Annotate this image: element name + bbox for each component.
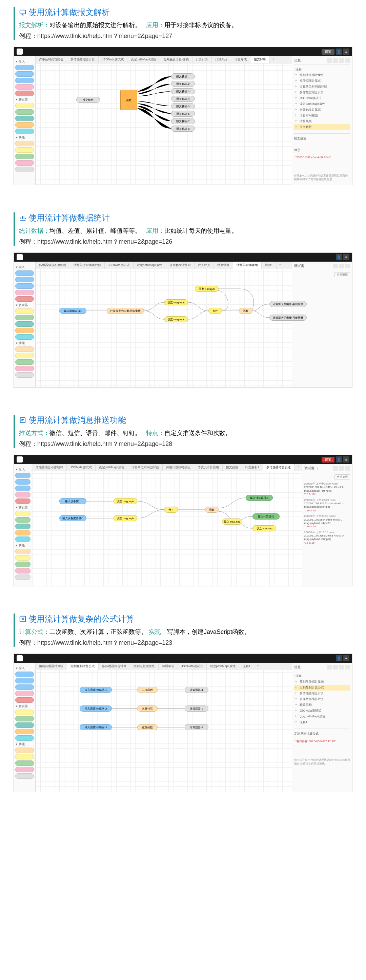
example-url[interactable]: https://www.tlink.io/help.htm？menu=2&pag…: [37, 639, 172, 646]
palette-item[interactable]: [15, 347, 34, 352]
tree-item[interactable]: 预制件传感计量线: [294, 679, 350, 685]
palette-item[interactable]: [15, 91, 34, 96]
menu-icon[interactable]: ≡: [343, 457, 349, 463]
palette-item[interactable]: [15, 773, 34, 779]
node-function[interactable]: 函数: [120, 90, 137, 110]
palette-item[interactable]: [15, 574, 30, 580]
tab[interactable]: 传感器综合不修细时: [36, 262, 70, 269]
panel-icon[interactable]: [345, 665, 350, 670]
palette-item[interactable]: [15, 767, 34, 772]
node-output[interactable]: 报文解析-3: [171, 88, 195, 94]
palette-item[interactable]: [15, 277, 34, 282]
node-output[interactable]: 报文解析-2: [171, 81, 195, 87]
palette-item[interactable]: [15, 485, 30, 491]
tab[interactable]: JSONata测试式: [105, 262, 133, 269]
node-input[interactable]: 输入设备度-1: [59, 498, 86, 504]
palette-item[interactable]: [15, 479, 30, 485]
palette-item[interactable]: [15, 697, 34, 703]
tree-item[interactable]: 预制件传感计量线: [294, 72, 350, 78]
palette-item[interactable]: [15, 555, 30, 561]
filter-button[interactable]: 当前范围: [334, 474, 350, 479]
node-input[interactable]: 报文解析: [76, 97, 100, 103]
panel-icon[interactable]: [345, 466, 350, 471]
node-output[interactable]: 报文解析-6: [171, 111, 195, 117]
panel-icon[interactable]: [327, 665, 332, 670]
tab[interactable]: 设定pathMapit属性: [95, 464, 128, 471]
palette-item[interactable]: [15, 141, 34, 146]
node-limit[interactable]: 限制 1 msg/h: [195, 286, 219, 292]
palette-item[interactable]: [15, 710, 34, 715]
node[interactable]: 正弦函数: [137, 724, 158, 730]
palette-item[interactable]: [15, 735, 34, 741]
tab[interactable]: 流程1: [239, 663, 254, 670]
tab[interactable]: 流程1: [261, 262, 277, 269]
panel-icon[interactable]: [333, 58, 338, 63]
palette-item[interactable]: [15, 754, 34, 759]
panel-icon[interactable]: [339, 264, 344, 269]
node-output[interactable]: 报文解析-5: [171, 103, 195, 109]
example-url[interactable]: https://www.tlink.io/help.htm？menu=2&pag…: [37, 238, 172, 245]
palette-item[interactable]: [15, 78, 34, 83]
tab[interactable]: 传统设计算器组: [194, 464, 223, 471]
tab[interactable]: 传感器综合不修细时: [32, 464, 67, 471]
palette-item[interactable]: [15, 562, 30, 567]
tab[interactable]: JSONata测试式: [67, 464, 95, 471]
tree-item[interactable]: 多作数据综合计算: [294, 696, 350, 702]
add-tab-button[interactable]: +: [277, 262, 284, 269]
tab[interactable]: 计算单位时间型对值: [128, 464, 163, 471]
panel-icon[interactable]: [333, 665, 338, 670]
palette-item[interactable]: [15, 147, 34, 153]
palette-item[interactable]: [15, 283, 34, 289]
node[interactable]: 计算湿器-3: [185, 724, 208, 730]
user-icon[interactable]: 👤: [336, 655, 342, 661]
tree-item[interactable]: 定制复制计算公式: [294, 685, 350, 690]
node-input[interactable]: 输入设备度传感-1: [59, 515, 86, 521]
palette-item[interactable]: [15, 722, 34, 728]
palette-item[interactable]: [15, 167, 34, 172]
menu-icon[interactable]: ≡: [343, 49, 349, 55]
panel-icon[interactable]: [333, 264, 338, 269]
palette-item[interactable]: [15, 568, 30, 573]
tab[interactable]: 设定pathMapit属性: [207, 663, 239, 670]
palette-item[interactable]: [15, 321, 34, 327]
tab[interactable]: 计算开始: [212, 56, 231, 63]
tree-root[interactable]: 流程: [294, 673, 350, 679]
add-tab-button[interactable]: +: [295, 464, 302, 471]
panel-icon[interactable]: [327, 58, 332, 63]
canvas[interactable]: 作单位时尚管路值多传感器综合计算JSONata测试式设定pathMapit属性合…: [36, 56, 292, 185]
tab[interactable]: 传感计器综时线组: [163, 464, 194, 471]
palette-item[interactable]: [15, 729, 34, 734]
node-input[interactable]: 输入电能表读1: [59, 308, 86, 314]
palette-item[interactable]: [15, 296, 34, 302]
node-notify[interactable]: 输入计算设传: [252, 514, 280, 520]
tab[interactable]: 预制传感器计算线: [36, 663, 67, 670]
user-icon[interactable]: 👤: [336, 457, 342, 463]
tab[interactable]: JSONata测试式: [98, 56, 127, 63]
tree-item[interactable]: 多传感器综合计算: [294, 690, 350, 696]
deploy-button[interactable]: 部署: [322, 457, 334, 463]
palette-item[interactable]: [15, 536, 30, 542]
tree-root[interactable]: 流程: [294, 67, 350, 72]
node-cond[interactable]: 条件: [208, 308, 222, 314]
tab[interactable]: 标题单初: [158, 663, 178, 670]
tab[interactable]: 作单位时尚管路值: [36, 56, 67, 63]
menu-icon[interactable]: ≡: [343, 254, 349, 260]
node[interactable]: 次幂计算: [137, 705, 158, 711]
canvas[interactable]: 传感器综合不修细时计算单位时间差对值JSONata测试式设定pathMapit属…: [36, 262, 292, 387]
node-output[interactable]: 报文解析-1: [171, 73, 195, 80]
palette-item[interactable]: [15, 129, 34, 134]
tree-item[interactable]: 标题单初: [294, 702, 350, 708]
tree-item[interactable]: 计算单位时间面对线: [294, 84, 350, 89]
node[interactable]: 计算湿器-1: [185, 687, 208, 693]
node[interactable]: 计算湿器-2: [185, 705, 208, 711]
palette-item[interactable]: [15, 353, 34, 358]
palette-item[interactable]: [15, 154, 34, 159]
tab[interactable]: JSONata测试式: [178, 663, 207, 670]
palette-item[interactable]: [15, 716, 34, 721]
palette-item[interactable]: [15, 511, 30, 516]
user-icon[interactable]: 👤: [336, 254, 342, 260]
palette-item[interactable]: [15, 328, 34, 333]
tab[interactable]: 合并触发计算时: [166, 262, 195, 269]
node-set[interactable]: 设置 msg.topic: [114, 498, 137, 504]
tab[interactable]: 合并触发计算-开销: [160, 56, 192, 63]
